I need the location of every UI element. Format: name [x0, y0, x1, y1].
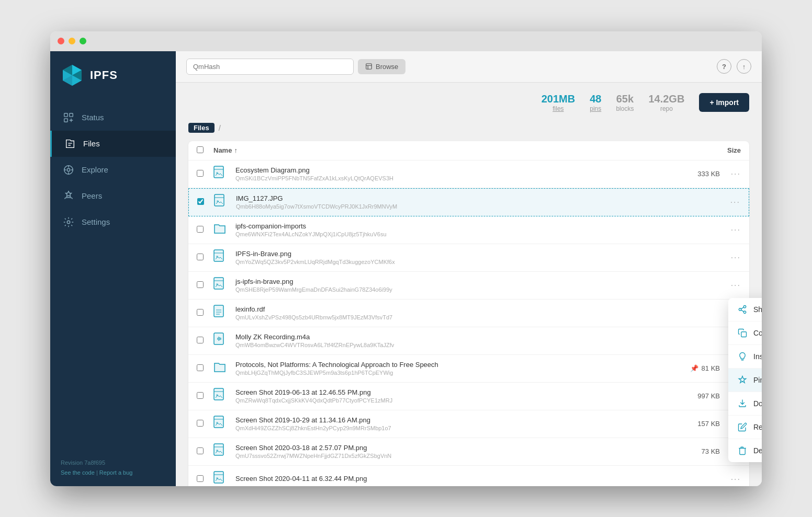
titlebar	[50, 31, 762, 51]
table-row[interactable]: Ecosystem Diagram.png QmSKi1BCzVmiPP5FNb…	[188, 160, 749, 188]
table-row[interactable]: ipfs-companion-imports Qme6WNXFi2Tex4ALc…	[188, 216, 749, 244]
row-checkbox[interactable]	[197, 309, 204, 316]
row-checkbox[interactable]	[197, 475, 204, 482]
share-link-label: Share link	[753, 305, 762, 314]
svg-rect-28	[214, 444, 223, 455]
context-menu-inspect[interactable]: Inspect	[728, 345, 762, 369]
svg-rect-22	[214, 305, 223, 317]
breadcrumb-separator: /	[219, 123, 221, 132]
image-file-icon	[213, 416, 226, 430]
breadcrumb: Files /	[188, 123, 749, 133]
row-checkbox[interactable]	[197, 392, 204, 399]
row-checkbox[interactable]	[197, 226, 204, 233]
file-name: Ecosystem Diagram.png	[235, 166, 668, 174]
sort-icon[interactable]: ↑	[234, 146, 238, 154]
sidebar-item-settings[interactable]: Settings	[50, 209, 176, 235]
context-menu-copy-cid[interactable]: Copy CID	[728, 321, 762, 345]
import-button[interactable]: + Import	[699, 93, 749, 112]
report-bug-link[interactable]: Report a bug	[99, 469, 133, 476]
delete-label: Delete	[753, 446, 762, 455]
sidebar-item-explore-label: Explore	[82, 165, 108, 174]
see-code-link[interactable]: See the code	[61, 469, 95, 476]
files-badge[interactable]: Files	[188, 123, 215, 133]
file-cid: QmbLHjGZqThMQjJyfbC3SJEWP5m9a3ts6p1hP6TC…	[235, 370, 668, 376]
svg-point-32	[743, 305, 746, 308]
table-row[interactable]: lexinfo.rdf QmULvXshZvPSz498Qs5zb4URbmw5…	[188, 300, 749, 327]
sidebar-item-status-label: Status	[82, 113, 104, 122]
table-row[interactable]: IPFS-in-Brave.png QmYoZWq5QZ3kv5P2vkmLUq…	[188, 244, 749, 272]
context-menu-rename[interactable]: Rename	[728, 416, 762, 439]
sidebar-item-peers[interactable]: Peers	[50, 183, 176, 209]
row-checkbox[interactable]	[197, 447, 204, 454]
row-menu-button[interactable]: ···	[731, 475, 741, 484]
blocks-value: 65k	[616, 93, 634, 105]
file-name: js-ipfs-in-brave.png	[235, 278, 668, 285]
svg-rect-26	[214, 416, 223, 428]
search-input[interactable]	[186, 59, 354, 75]
image-file-icon	[214, 194, 227, 209]
context-menu-download[interactable]: Download	[728, 392, 762, 416]
context-menu-share-link[interactable]: Share link	[728, 298, 762, 321]
sidebar-item-files[interactable]: Files	[50, 131, 176, 157]
context-menu-pin[interactable]: Pin	[728, 369, 762, 392]
delete-icon	[738, 446, 747, 455]
ipfs-logo-icon	[61, 64, 84, 87]
files-icon	[64, 138, 76, 150]
table-row[interactable]: Molly ZK Recording.m4a QmWB4omBwzwC4WVTR…	[188, 327, 749, 355]
row-checkbox[interactable]	[197, 170, 204, 177]
upload-button[interactable]: ↑	[737, 59, 751, 74]
download-icon	[738, 399, 747, 408]
settings-icon	[63, 216, 74, 228]
table-row[interactable]: js-ipfs-in-brave.png QmSHE8RjeP59WamMrgE…	[188, 272, 749, 300]
file-name: IMG_1127.JPG	[236, 194, 667, 202]
row-menu-button[interactable]: ···	[730, 198, 740, 207]
row-checkbox[interactable]	[197, 337, 204, 343]
files-value: 201MB	[542, 93, 575, 105]
sidebar-item-status[interactable]: Status	[50, 105, 176, 131]
topbar: Browse ? ↑	[176, 51, 762, 83]
row-checkbox[interactable]	[197, 198, 204, 205]
repo-label: repo	[648, 105, 684, 112]
row-menu-button[interactable]: ···	[731, 169, 741, 179]
help-button[interactable]: ?	[717, 59, 731, 74]
col-name-header: Name	[213, 146, 232, 154]
table-row[interactable]: Screen Shot 2019-06-13 at 12.46.55 PM.pn…	[188, 383, 749, 410]
table-row[interactable]: Screen Shot 2020-03-18 at 2.57.07 PM.png…	[188, 438, 749, 466]
close-button[interactable]	[58, 38, 64, 44]
table-row[interactable]: Screen Shot 2019-10-29 at 11.34.16 AM.pn…	[188, 410, 749, 438]
sidebar-footer: Revision 7a8f695 See the code | Report a…	[50, 450, 176, 486]
image-file-icon	[213, 166, 226, 180]
svg-rect-35	[741, 331, 747, 337]
context-menu-delete[interactable]: Delete	[728, 439, 762, 462]
maximize-button[interactable]	[80, 38, 86, 44]
row-checkbox[interactable]	[197, 281, 204, 288]
table-row[interactable]: Protocols, Not Platforms: A Technologica…	[188, 355, 749, 383]
svg-point-34	[743, 311, 746, 314]
table-row[interactable]: IMG_1127.JPG Qmb6H88oMya5ig7ow7tXsmoVTCD…	[188, 188, 749, 216]
row-checkbox[interactable]	[197, 420, 204, 427]
rename-label: Rename	[753, 423, 762, 431]
row-checkbox[interactable]	[197, 364, 204, 371]
row-menu-button[interactable]: ···	[731, 225, 741, 235]
image-file-icon	[213, 277, 226, 292]
sidebar-item-explore[interactable]: Explore	[50, 157, 176, 183]
folder-icon	[213, 360, 226, 375]
select-all-checkbox[interactable]	[197, 146, 204, 153]
svg-rect-14	[214, 166, 223, 178]
row-menu-button[interactable]: ···	[731, 253, 741, 262]
copy-icon	[738, 328, 747, 338]
main-content: Browse ? ↑ 201MB fi	[176, 51, 762, 486]
file-name: Screen Shot 2019-06-13 at 12.46.55 PM.pn…	[235, 388, 668, 396]
copy-cid-label: Copy CID	[753, 329, 762, 337]
minimize-button[interactable]	[69, 38, 75, 44]
browse-button[interactable]: Browse	[358, 59, 405, 74]
file-size: 157 KB	[668, 420, 720, 428]
file-cid: QmXdHi49ZGZZhSCj8ZhknEstHn2yPCyp29n9MRrS…	[235, 425, 668, 431]
row-menu-button[interactable]: ···	[731, 281, 741, 290]
pins-label[interactable]: pins	[590, 105, 601, 112]
files-label[interactable]: files	[542, 105, 575, 112]
row-checkbox[interactable]	[197, 254, 204, 260]
table-row[interactable]: Screen Shot 2020-04-11 at 6.32.44 PM.png…	[188, 466, 749, 486]
sidebar-item-files-label: Files	[83, 139, 100, 148]
sidebar-nav: Status Files Expl	[50, 99, 176, 450]
